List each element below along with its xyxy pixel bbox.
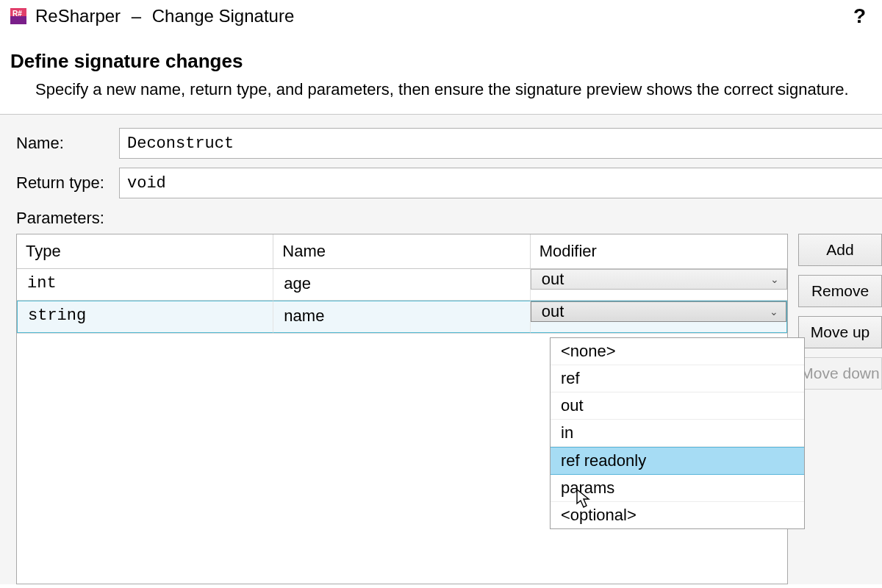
column-header-type[interactable]: Type [17,234,273,268]
form-area: Name: Deconstruct Return type: void Para… [0,114,882,584]
modifier-option[interactable]: ref [551,365,804,392]
modifier-dropdown[interactable]: out ⌄ [531,269,787,290]
cell-name[interactable]: name [273,301,530,333]
svg-text:R#: R# [12,10,22,18]
modifier-value: out [542,302,564,321]
parameters-grid[interactable]: Type Name Modifier int age out ⌄ string … [16,234,788,584]
modifier-option[interactable]: out [551,392,804,420]
cell-type[interactable]: string [17,301,273,333]
column-header-name[interactable]: Name [273,234,530,268]
return-type-label: Return type: [16,173,119,193]
table-row[interactable]: int age out ⌄ [17,269,787,301]
column-header-modifier[interactable]: Modifier [531,234,787,268]
window-title: ReSharper – Change Signature [35,6,294,26]
chevron-down-icon: ⌄ [770,306,778,318]
resharper-icon: R# [9,7,28,26]
cell-modifier[interactable]: out ⌄ [531,269,787,300]
cell-modifier[interactable]: out ⌄ [531,301,787,333]
add-button[interactable]: Add [798,234,882,266]
modifier-dropdown[interactable]: out ⌄ [531,301,786,322]
table-row[interactable]: string name out ⌄ [17,301,787,334]
remove-button[interactable]: Remove [798,275,882,307]
help-button[interactable]: ? [849,4,870,28]
name-input[interactable]: Deconstruct [119,128,882,159]
modifier-option[interactable]: ref readonly [551,447,804,475]
button-column: Add Remove Move up Move down [798,234,882,398]
modifier-option[interactable]: <none> [551,338,804,365]
app-name: ReSharper [35,6,121,26]
modifier-value: out [542,270,564,289]
modifier-option[interactable]: params [551,475,804,502]
move-down-button: Move down [798,357,882,390]
title-bar: R# ReSharper – Change Signature ? [0,0,882,32]
chevron-down-icon: ⌄ [770,273,779,285]
modifier-option[interactable]: <optional> [551,502,804,528]
name-input-value: Deconstruct [127,135,234,153]
cell-type[interactable]: int [17,269,273,300]
section-heading: Define signature changes [10,50,882,73]
move-up-button[interactable]: Move up [798,316,882,348]
modifier-option[interactable]: in [551,420,804,447]
parameters-label: Parameters: [16,209,882,228]
dialog-name: Change Signature [152,6,294,26]
return-type-value: void [127,174,166,193]
section-description: Specify a new name, return type, and par… [35,80,882,99]
name-label: Name: [16,134,119,153]
cell-name[interactable]: age [273,269,530,300]
grid-header: Type Name Modifier [17,234,787,269]
modifier-options-popup[interactable]: <none> ref out in ref readonly params <o… [550,337,805,529]
title-separator: – [132,6,141,26]
return-type-input[interactable]: void [119,168,882,198]
